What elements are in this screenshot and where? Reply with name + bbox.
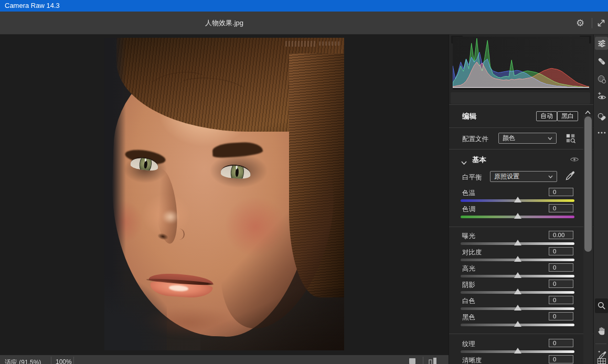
- right-tool-strip: [593, 35, 608, 364]
- highlights-slider-thumb[interactable]: [514, 272, 521, 278]
- settings-icon[interactable]: ⚙: [574, 17, 586, 29]
- slider-row-clarity: 清晰度0: [449, 356, 593, 364]
- photo-eye: [130, 156, 159, 172]
- photo-eyebrow: [124, 147, 166, 167]
- exif-info-strip: [451, 92, 590, 104]
- grid-overlay-icon[interactable]: [595, 356, 608, 364]
- whites-slider[interactable]: [461, 307, 574, 310]
- slider-row-tint: 色调0: [449, 205, 593, 226]
- clarity-value[interactable]: 0: [549, 355, 573, 363]
- panel-scrollbar-thumb[interactable]: [584, 116, 592, 252]
- edit-panel: 编辑 自动 黑白 配置文件 颜色 基本 白平衡 原照设置: [449, 35, 593, 364]
- bw-button[interactable]: 黑白: [557, 111, 578, 121]
- exposure-slider[interactable]: [461, 242, 574, 245]
- photo-face: [107, 55, 321, 340]
- white-balance-eyedropper-icon[interactable]: [563, 170, 575, 184]
- presets-icon[interactable]: [595, 110, 608, 123]
- open-filename: 人物效果.jpg: [0, 12, 449, 35]
- temp-slider-thumb[interactable]: [514, 197, 521, 202]
- contrast-label: 对比度: [462, 248, 482, 257]
- bottom-statusbar: 适应 (91.5%) 100%: [0, 355, 449, 364]
- white-balance-label: 白平衡: [462, 173, 482, 182]
- watermark: [285, 41, 316, 47]
- window-titlebar: Camera Raw 14.3: [0, 0, 608, 12]
- photo-hair-side: [289, 53, 344, 297]
- histogram[interactable]: [453, 37, 589, 89]
- blacks-label: 黑色: [462, 313, 475, 322]
- tint-label: 色调: [462, 205, 475, 214]
- contrast-slider-thumb[interactable]: [514, 256, 521, 262]
- basic-preview-eye-icon[interactable]: [570, 156, 579, 165]
- slider-row-blacks: 黑色0: [449, 313, 593, 334]
- single-view-icon[interactable]: [408, 358, 417, 364]
- healing-brush-icon[interactable]: [595, 55, 608, 68]
- contrast-value[interactable]: 0: [549, 247, 573, 255]
- texture-slider[interactable]: [461, 350, 574, 353]
- texture-value[interactable]: 0: [549, 339, 573, 347]
- toolbar-divider: [592, 18, 592, 28]
- hand-tool-icon[interactable]: [595, 324, 608, 337]
- basic-collapse-chevron-icon[interactable]: [461, 157, 467, 167]
- whites-value[interactable]: 0: [549, 296, 573, 304]
- exposure-slider-thumb[interactable]: [514, 240, 521, 245]
- temp-value[interactable]: 0: [549, 188, 573, 196]
- edit-panel-title: 编辑: [462, 112, 476, 121]
- photo-preview[interactable]: [104, 38, 344, 350]
- more-options-icon[interactable]: [595, 126, 608, 139]
- image-canvas[interactable]: [0, 35, 449, 355]
- photo-hair-top: [116, 38, 344, 132]
- shadows-slider[interactable]: [461, 291, 574, 294]
- highlights-label: 高光: [462, 264, 475, 273]
- red-eye-icon[interactable]: [595, 90, 608, 103]
- chevron-down-icon: [548, 175, 553, 178]
- blacks-slider-thumb[interactable]: [514, 321, 521, 327]
- camera-raw-window: Camera Raw 14.3 人物效果.jpg ⚙: [0, 0, 608, 364]
- tint-slider[interactable]: [461, 216, 574, 218]
- edit-panel-icon[interactable]: [595, 37, 608, 50]
- shadows-slider-thumb[interactable]: [514, 288, 521, 294]
- photo-lips: [148, 272, 214, 285]
- whites-label: 白色: [462, 297, 475, 306]
- zoom-100-button[interactable]: 100%: [56, 358, 72, 364]
- contrast-slider[interactable]: [461, 259, 574, 261]
- before-after-icon[interactable]: [428, 357, 439, 364]
- auto-button[interactable]: 自动: [536, 111, 557, 121]
- blacks-slider[interactable]: [461, 324, 574, 326]
- top-toolbar: 人物效果.jpg ⚙: [0, 12, 608, 35]
- profile-label: 配置文件: [462, 135, 488, 144]
- zoom-tool-icon[interactable]: [595, 298, 608, 313]
- photo-background: [104, 38, 344, 350]
- watermark: [319, 41, 340, 46]
- temp-label: 色温: [462, 189, 475, 198]
- texture-label: 纹理: [462, 340, 475, 349]
- highlights-slider[interactable]: [461, 275, 574, 277]
- basic-section-title: 基本: [472, 155, 486, 165]
- highlights-value[interactable]: 0: [549, 263, 573, 272]
- texture-slider-thumb[interactable]: [514, 348, 521, 354]
- shadows-value[interactable]: 0: [549, 280, 573, 288]
- profile-browser-icon[interactable]: [566, 133, 576, 146]
- white-balance-dropdown[interactable]: 原照设置: [490, 171, 557, 182]
- exposure-label: 曝光: [462, 232, 475, 241]
- masking-icon[interactable]: [595, 72, 608, 85]
- blacks-value[interactable]: 0: [549, 312, 573, 320]
- profile-dropdown[interactable]: 颜色: [498, 133, 557, 144]
- tint-slider-thumb[interactable]: [514, 213, 521, 219]
- zoom-fit-dropdown[interactable]: 适应 (91.5%): [5, 358, 41, 364]
- window-title: Camera Raw 14.3: [5, 2, 60, 9]
- whites-slider-thumb[interactable]: [514, 305, 521, 311]
- expand-icon[interactable]: [596, 18, 606, 28]
- clarity-label: 清晰度: [462, 356, 482, 364]
- photo-eyebrow: [212, 142, 263, 158]
- tint-value[interactable]: 0: [549, 204, 573, 212]
- exposure-value[interactable]: 0.00: [549, 231, 573, 239]
- temp-slider[interactable]: [461, 199, 574, 202]
- shadows-label: 阴影: [462, 281, 475, 290]
- chevron-down-icon: [548, 137, 552, 140]
- photo-eye: [220, 164, 251, 179]
